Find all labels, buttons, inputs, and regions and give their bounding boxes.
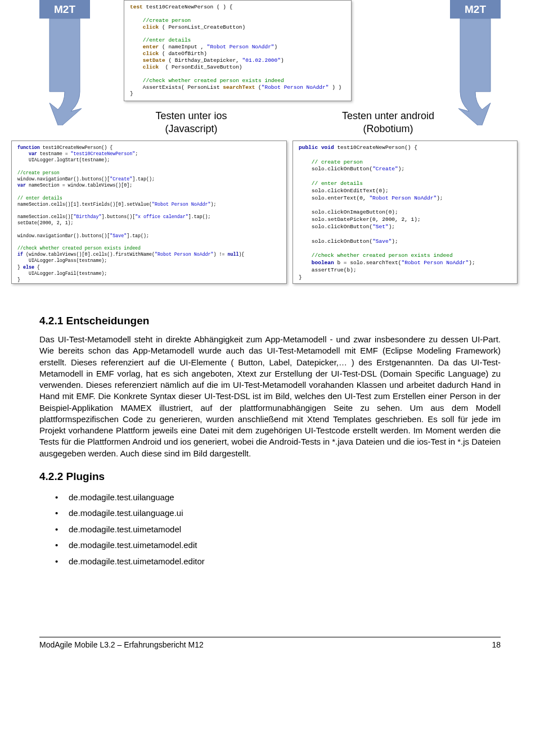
- list-item: de.modagile.test.uilanguage.ui: [55, 505, 501, 522]
- list-item: de.modagile.test.uimetamodel: [55, 522, 501, 538]
- dsl-code-box: test test10CreateNewPerson ( ) { //creat…: [124, 0, 352, 101]
- list-item: de.modagile.test.uimetamodel.editor: [55, 554, 501, 570]
- plugins-list: de.modagile.test.uilanguage de.modagile.…: [55, 490, 501, 570]
- arrow-down-icon: [450, 19, 501, 125]
- page-footer: ModAgile Mobile L3.2 – Erfahrungsbericht…: [39, 637, 501, 649]
- arrow-left-block: M2T: [39, 0, 90, 125]
- ios-platform-label: Testen unter ios(Javascript): [124, 110, 259, 135]
- list-item: de.modagile.test.uimetamodel.edit: [55, 537, 501, 554]
- android-platform-label: Testen unter android(Robotium): [321, 110, 456, 135]
- ios-code-box: function test10CreateNewPerson() { var t…: [11, 141, 287, 284]
- footer-page-number: 18: [492, 640, 501, 649]
- m2t-label-right: M2T: [450, 0, 501, 19]
- list-item: de.modagile.test.uilanguage: [55, 490, 501, 506]
- m2t-label-left: M2T: [39, 0, 90, 19]
- arrow-down-icon: [39, 19, 90, 125]
- android-code-box: public void test10CreateNewPerson() { //…: [292, 141, 518, 284]
- footer-title: ModAgile Mobile L3.2 – Erfahrungsbericht…: [39, 640, 204, 649]
- diagram-figure: test test10CreateNewPerson ( ) { //creat…: [39, 0, 501, 298]
- arrow-right-block: M2T: [450, 0, 501, 125]
- heading-plugins: 4.2.2 Plugins: [39, 470, 501, 483]
- heading-entscheidungen: 4.2.1 Entscheidungen: [39, 315, 501, 327]
- paragraph-entscheidungen: Das UI-Test-Metamodell steht in direkte …: [39, 334, 501, 459]
